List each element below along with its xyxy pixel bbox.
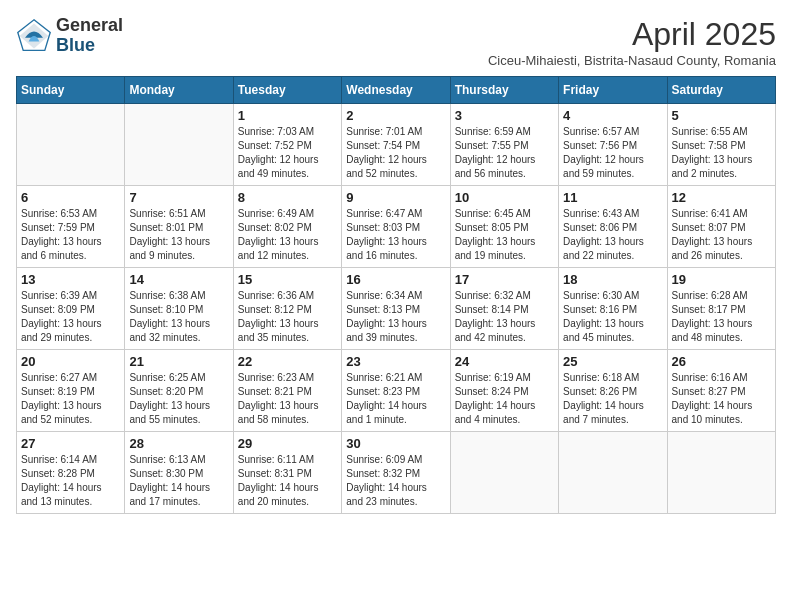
calendar-cell	[559, 432, 667, 514]
title-block: April 2025 Ciceu-Mihaiesti, Bistrita-Nas…	[488, 16, 776, 68]
day-number: 6	[21, 190, 120, 205]
day-number: 25	[563, 354, 662, 369]
weekday-header-tuesday: Tuesday	[233, 77, 341, 104]
calendar-cell: 25Sunrise: 6:18 AM Sunset: 8:26 PM Dayli…	[559, 350, 667, 432]
calendar-cell: 18Sunrise: 6:30 AM Sunset: 8:16 PM Dayli…	[559, 268, 667, 350]
day-number: 23	[346, 354, 445, 369]
day-info: Sunrise: 6:39 AM Sunset: 8:09 PM Dayligh…	[21, 289, 120, 345]
calendar-cell: 17Sunrise: 6:32 AM Sunset: 8:14 PM Dayli…	[450, 268, 558, 350]
day-info: Sunrise: 6:59 AM Sunset: 7:55 PM Dayligh…	[455, 125, 554, 181]
calendar-cell: 30Sunrise: 6:09 AM Sunset: 8:32 PM Dayli…	[342, 432, 450, 514]
day-info: Sunrise: 6:43 AM Sunset: 8:06 PM Dayligh…	[563, 207, 662, 263]
calendar-cell: 15Sunrise: 6:36 AM Sunset: 8:12 PM Dayli…	[233, 268, 341, 350]
calendar-cell: 27Sunrise: 6:14 AM Sunset: 8:28 PM Dayli…	[17, 432, 125, 514]
day-number: 30	[346, 436, 445, 451]
day-number: 22	[238, 354, 337, 369]
calendar-cell: 13Sunrise: 6:39 AM Sunset: 8:09 PM Dayli…	[17, 268, 125, 350]
calendar-cell: 28Sunrise: 6:13 AM Sunset: 8:30 PM Dayli…	[125, 432, 233, 514]
day-info: Sunrise: 7:03 AM Sunset: 7:52 PM Dayligh…	[238, 125, 337, 181]
calendar-cell: 14Sunrise: 6:38 AM Sunset: 8:10 PM Dayli…	[125, 268, 233, 350]
day-number: 29	[238, 436, 337, 451]
day-number: 9	[346, 190, 445, 205]
weekday-header-row: SundayMondayTuesdayWednesdayThursdayFrid…	[17, 77, 776, 104]
day-number: 24	[455, 354, 554, 369]
calendar-cell: 5Sunrise: 6:55 AM Sunset: 7:58 PM Daylig…	[667, 104, 775, 186]
calendar-cell: 2Sunrise: 7:01 AM Sunset: 7:54 PM Daylig…	[342, 104, 450, 186]
calendar-cell	[450, 432, 558, 514]
calendar-cell: 4Sunrise: 6:57 AM Sunset: 7:56 PM Daylig…	[559, 104, 667, 186]
day-number: 1	[238, 108, 337, 123]
day-info: Sunrise: 6:53 AM Sunset: 7:59 PM Dayligh…	[21, 207, 120, 263]
calendar-cell: 12Sunrise: 6:41 AM Sunset: 8:07 PM Dayli…	[667, 186, 775, 268]
calendar-cell: 8Sunrise: 6:49 AM Sunset: 8:02 PM Daylig…	[233, 186, 341, 268]
day-info: Sunrise: 6:55 AM Sunset: 7:58 PM Dayligh…	[672, 125, 771, 181]
day-info: Sunrise: 6:14 AM Sunset: 8:28 PM Dayligh…	[21, 453, 120, 509]
calendar-cell: 3Sunrise: 6:59 AM Sunset: 7:55 PM Daylig…	[450, 104, 558, 186]
day-info: Sunrise: 6:32 AM Sunset: 8:14 PM Dayligh…	[455, 289, 554, 345]
calendar-cell: 24Sunrise: 6:19 AM Sunset: 8:24 PM Dayli…	[450, 350, 558, 432]
calendar-cell: 19Sunrise: 6:28 AM Sunset: 8:17 PM Dayli…	[667, 268, 775, 350]
day-info: Sunrise: 6:27 AM Sunset: 8:19 PM Dayligh…	[21, 371, 120, 427]
day-number: 7	[129, 190, 228, 205]
day-number: 12	[672, 190, 771, 205]
calendar-cell: 23Sunrise: 6:21 AM Sunset: 8:23 PM Dayli…	[342, 350, 450, 432]
day-number: 26	[672, 354, 771, 369]
logo-icon	[16, 18, 52, 54]
day-number: 21	[129, 354, 228, 369]
weekday-header-wednesday: Wednesday	[342, 77, 450, 104]
day-number: 11	[563, 190, 662, 205]
day-info: Sunrise: 6:45 AM Sunset: 8:05 PM Dayligh…	[455, 207, 554, 263]
day-info: Sunrise: 6:51 AM Sunset: 8:01 PM Dayligh…	[129, 207, 228, 263]
logo: General Blue	[16, 16, 123, 56]
week-row-2: 6Sunrise: 6:53 AM Sunset: 7:59 PM Daylig…	[17, 186, 776, 268]
calendar-cell	[667, 432, 775, 514]
calendar-cell: 6Sunrise: 6:53 AM Sunset: 7:59 PM Daylig…	[17, 186, 125, 268]
day-number: 27	[21, 436, 120, 451]
day-info: Sunrise: 6:25 AM Sunset: 8:20 PM Dayligh…	[129, 371, 228, 427]
month-title: April 2025	[488, 16, 776, 53]
calendar-cell: 29Sunrise: 6:11 AM Sunset: 8:31 PM Dayli…	[233, 432, 341, 514]
calendar-cell: 1Sunrise: 7:03 AM Sunset: 7:52 PM Daylig…	[233, 104, 341, 186]
day-number: 13	[21, 272, 120, 287]
day-number: 17	[455, 272, 554, 287]
week-row-5: 27Sunrise: 6:14 AM Sunset: 8:28 PM Dayli…	[17, 432, 776, 514]
calendar-cell: 11Sunrise: 6:43 AM Sunset: 8:06 PM Dayli…	[559, 186, 667, 268]
calendar-cell: 9Sunrise: 6:47 AM Sunset: 8:03 PM Daylig…	[342, 186, 450, 268]
day-info: Sunrise: 6:57 AM Sunset: 7:56 PM Dayligh…	[563, 125, 662, 181]
calendar-cell: 16Sunrise: 6:34 AM Sunset: 8:13 PM Dayli…	[342, 268, 450, 350]
logo-blue: Blue	[56, 35, 95, 55]
calendar-cell	[125, 104, 233, 186]
day-number: 3	[455, 108, 554, 123]
day-number: 4	[563, 108, 662, 123]
day-number: 16	[346, 272, 445, 287]
day-info: Sunrise: 6:38 AM Sunset: 8:10 PM Dayligh…	[129, 289, 228, 345]
day-info: Sunrise: 6:13 AM Sunset: 8:30 PM Dayligh…	[129, 453, 228, 509]
subtitle: Ciceu-Mihaiesti, Bistrita-Nasaud County,…	[488, 53, 776, 68]
day-info: Sunrise: 6:19 AM Sunset: 8:24 PM Dayligh…	[455, 371, 554, 427]
day-info: Sunrise: 6:11 AM Sunset: 8:31 PM Dayligh…	[238, 453, 337, 509]
day-number: 14	[129, 272, 228, 287]
day-number: 5	[672, 108, 771, 123]
calendar: SundayMondayTuesdayWednesdayThursdayFrid…	[16, 76, 776, 514]
calendar-cell: 7Sunrise: 6:51 AM Sunset: 8:01 PM Daylig…	[125, 186, 233, 268]
calendar-cell: 20Sunrise: 6:27 AM Sunset: 8:19 PM Dayli…	[17, 350, 125, 432]
day-info: Sunrise: 6:18 AM Sunset: 8:26 PM Dayligh…	[563, 371, 662, 427]
week-row-4: 20Sunrise: 6:27 AM Sunset: 8:19 PM Dayli…	[17, 350, 776, 432]
day-info: Sunrise: 6:30 AM Sunset: 8:16 PM Dayligh…	[563, 289, 662, 345]
weekday-header-friday: Friday	[559, 77, 667, 104]
day-number: 10	[455, 190, 554, 205]
day-number: 15	[238, 272, 337, 287]
day-info: Sunrise: 6:23 AM Sunset: 8:21 PM Dayligh…	[238, 371, 337, 427]
day-info: Sunrise: 7:01 AM Sunset: 7:54 PM Dayligh…	[346, 125, 445, 181]
weekday-header-monday: Monday	[125, 77, 233, 104]
week-row-1: 1Sunrise: 7:03 AM Sunset: 7:52 PM Daylig…	[17, 104, 776, 186]
day-number: 8	[238, 190, 337, 205]
logo-general: General	[56, 15, 123, 35]
day-info: Sunrise: 6:34 AM Sunset: 8:13 PM Dayligh…	[346, 289, 445, 345]
weekday-header-thursday: Thursday	[450, 77, 558, 104]
day-info: Sunrise: 6:09 AM Sunset: 8:32 PM Dayligh…	[346, 453, 445, 509]
day-info: Sunrise: 6:36 AM Sunset: 8:12 PM Dayligh…	[238, 289, 337, 345]
calendar-cell: 26Sunrise: 6:16 AM Sunset: 8:27 PM Dayli…	[667, 350, 775, 432]
week-row-3: 13Sunrise: 6:39 AM Sunset: 8:09 PM Dayli…	[17, 268, 776, 350]
day-number: 20	[21, 354, 120, 369]
